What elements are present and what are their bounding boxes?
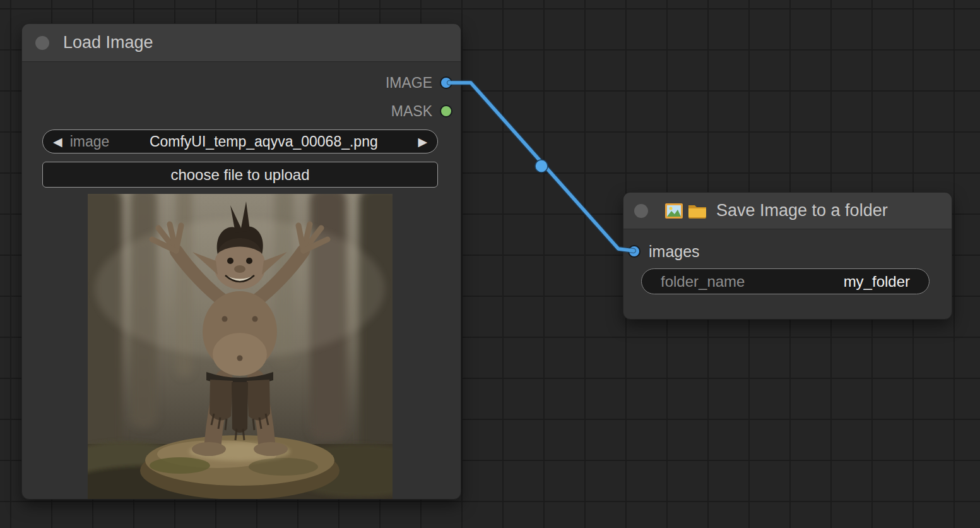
save-image-node[interactable]: Save Image to a folder images folder_nam… bbox=[623, 193, 952, 319]
load-image-node[interactable]: Load Image IMAGE MASK ◀ image ComfyUI_te… bbox=[22, 24, 461, 499]
link-outline bbox=[449, 83, 634, 251]
combo-next-icon[interactable]: ▶ bbox=[418, 136, 427, 148]
upload-button[interactable]: choose file to upload bbox=[42, 162, 438, 188]
folder-name-widget[interactable]: folder_name my_folder bbox=[641, 268, 930, 294]
troll-illustration bbox=[88, 194, 393, 499]
link-midpoint-dot[interactable] bbox=[535, 160, 548, 172]
node-graph-canvas[interactable]: Load Image IMAGE MASK ◀ image ComfyUI_te… bbox=[0, 0, 980, 528]
node-title: Save Image to a folder bbox=[716, 201, 888, 220]
mask-output-port[interactable] bbox=[440, 105, 452, 117]
combo-value: ComfyUI_temp_aqyva_00068_.png bbox=[109, 133, 418, 150]
picture-icon bbox=[664, 202, 683, 220]
combo-prev-icon[interactable]: ◀ bbox=[53, 136, 62, 148]
node-collapse-dot[interactable] bbox=[35, 36, 49, 50]
image-output-port[interactable] bbox=[440, 76, 452, 89]
node-title: Load Image bbox=[63, 33, 153, 52]
load-image-title-bar[interactable]: Load Image bbox=[22, 24, 461, 62]
image-combo-widget[interactable]: ◀ image ComfyUI_temp_aqyva_00068_.png ▶ bbox=[42, 129, 438, 153]
image-to-images-link[interactable] bbox=[449, 83, 634, 251]
output-row-mask: MASK bbox=[391, 103, 452, 119]
output-label-mask: MASK bbox=[391, 103, 432, 119]
combo-label: image bbox=[70, 133, 110, 150]
image-preview[interactable] bbox=[88, 194, 393, 499]
output-label-image: IMAGE bbox=[386, 75, 432, 91]
folder-widget-value: my_folder bbox=[844, 273, 910, 291]
node-collapse-dot[interactable] bbox=[634, 204, 648, 218]
input-label-images: images bbox=[649, 243, 700, 260]
images-input-port[interactable] bbox=[628, 245, 641, 258]
output-row-image: IMAGE bbox=[386, 75, 452, 91]
save-image-title-bar[interactable]: Save Image to a folder bbox=[623, 193, 952, 229]
folder-icon bbox=[687, 203, 707, 219]
folder-widget-label: folder_name bbox=[661, 273, 745, 291]
